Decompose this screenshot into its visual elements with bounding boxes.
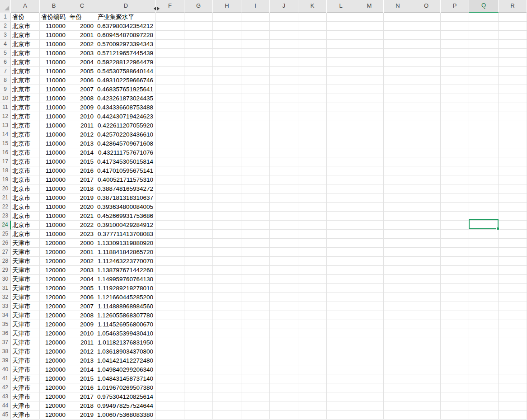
cell-F10[interactable] — [156, 94, 184, 103]
cell-N30[interactable] — [384, 275, 412, 284]
cell-L17[interactable] — [327, 157, 355, 166]
cell-O31[interactable] — [412, 284, 441, 293]
cell-B10[interactable]: 110000 — [40, 94, 68, 103]
cell-K3[interactable] — [298, 31, 327, 40]
cell-B30[interactable]: 120000 — [40, 275, 68, 284]
cell-N23[interactable] — [384, 212, 412, 221]
cell-R24[interactable] — [499, 221, 527, 230]
cell-A24[interactable]: 北京市 — [11, 221, 40, 230]
cell-K8[interactable] — [298, 76, 327, 85]
cell-K12[interactable] — [298, 112, 327, 121]
cell-G10[interactable] — [184, 94, 213, 103]
cell-R36[interactable] — [499, 329, 527, 338]
row-header-6[interactable]: 6 — [0, 58, 11, 67]
cell-L6[interactable] — [327, 58, 355, 67]
cell-O10[interactable] — [412, 94, 441, 103]
cell-K41[interactable] — [298, 374, 327, 383]
cell-D36[interactable]: 1.054635399430410 — [96, 329, 156, 338]
cell-H29[interactable] — [213, 266, 241, 275]
cell-F18[interactable] — [156, 166, 184, 175]
cell-N14[interactable] — [384, 130, 412, 139]
cell-F28[interactable] — [156, 257, 184, 266]
cell-C2[interactable]: 2000 — [68, 22, 96, 31]
cell-K1[interactable] — [298, 13, 327, 22]
cell-C1[interactable]: 年份 — [68, 13, 96, 22]
cell-N2[interactable] — [384, 22, 412, 31]
cell-D11[interactable]: 0.434336608753488 — [96, 103, 156, 112]
cell-R37[interactable] — [499, 338, 527, 347]
cell-B35[interactable]: 120000 — [40, 320, 68, 329]
cell-C5[interactable]: 2003 — [68, 49, 96, 58]
cell-L44[interactable] — [327, 401, 355, 411]
cell-O12[interactable] — [412, 112, 441, 121]
cell-F12[interactable] — [156, 112, 184, 121]
column-header-R[interactable]: R — [499, 0, 527, 13]
row-header-11[interactable]: 11 — [0, 103, 11, 112]
cell-F15[interactable] — [156, 139, 184, 148]
cell-Q27[interactable] — [469, 248, 499, 257]
cell-O27[interactable] — [412, 248, 441, 257]
cell-M19[interactable] — [355, 175, 384, 184]
column-header-A[interactable]: A — [11, 0, 40, 13]
hidden-column-arrows-icon[interactable] — [152, 6, 160, 11]
cell-C20[interactable]: 2018 — [68, 184, 96, 193]
cell-N8[interactable] — [384, 76, 412, 85]
cell-L45[interactable] — [327, 411, 355, 420]
cell-O34[interactable] — [412, 311, 441, 320]
column-header-B[interactable]: B — [40, 0, 68, 13]
cell-O36[interactable] — [412, 329, 441, 338]
cell-B42[interactable]: 120000 — [40, 383, 68, 392]
cell-N19[interactable] — [384, 175, 412, 184]
cell-L8[interactable] — [327, 76, 355, 85]
cell-Q29[interactable] — [469, 266, 499, 275]
column-header-H[interactable]: H — [213, 0, 241, 13]
cell-D19[interactable]: 0.400521711575310 — [96, 175, 156, 184]
cell-C12[interactable]: 2010 — [68, 112, 96, 121]
cell-J4[interactable] — [270, 40, 298, 49]
cell-B34[interactable]: 120000 — [40, 311, 68, 320]
cell-L37[interactable] — [327, 338, 355, 347]
row-header-25[interactable]: 25 — [0, 230, 11, 239]
cell-B36[interactable]: 120000 — [40, 329, 68, 338]
cell-A1[interactable]: 省份 — [11, 13, 40, 22]
cell-L41[interactable] — [327, 374, 355, 383]
cell-D24[interactable]: 0.391000429284912 — [96, 221, 156, 230]
cell-A12[interactable]: 北京市 — [11, 112, 40, 121]
cell-C3[interactable]: 2001 — [68, 31, 96, 40]
cell-H41[interactable] — [213, 374, 241, 383]
cell-G34[interactable] — [184, 311, 213, 320]
cell-C19[interactable]: 2017 — [68, 175, 96, 184]
cell-H8[interactable] — [213, 76, 241, 85]
cell-N28[interactable] — [384, 257, 412, 266]
cell-L19[interactable] — [327, 175, 355, 184]
cell-B24[interactable]: 110000 — [40, 221, 68, 230]
cell-A18[interactable]: 北京市 — [11, 166, 40, 175]
cell-I19[interactable] — [241, 175, 270, 184]
cell-I34[interactable] — [241, 311, 270, 320]
cell-G32[interactable] — [184, 293, 213, 302]
cell-A34[interactable]: 天津市 — [11, 311, 40, 320]
cell-N13[interactable] — [384, 121, 412, 130]
row-header-23[interactable]: 23 — [0, 212, 11, 221]
cell-I28[interactable] — [241, 257, 270, 266]
cell-R5[interactable] — [499, 49, 527, 58]
cell-R10[interactable] — [499, 94, 527, 103]
cell-B39[interactable]: 120000 — [40, 356, 68, 365]
cell-A6[interactable]: 北京市 — [11, 58, 40, 67]
cell-P31[interactable] — [441, 284, 469, 293]
cell-H9[interactable] — [213, 85, 241, 94]
cell-R31[interactable] — [499, 284, 527, 293]
cell-Q24[interactable] — [469, 221, 499, 230]
cell-C7[interactable]: 2005 — [68, 67, 96, 76]
cell-N33[interactable] — [384, 302, 412, 311]
cell-O7[interactable] — [412, 67, 441, 76]
cell-L33[interactable] — [327, 302, 355, 311]
cell-M23[interactable] — [355, 212, 384, 221]
cell-Q11[interactable] — [469, 103, 499, 112]
cell-A17[interactable]: 北京市 — [11, 157, 40, 166]
cell-G8[interactable] — [184, 76, 213, 85]
cell-C45[interactable]: 2019 — [68, 411, 96, 420]
cell-P43[interactable] — [441, 392, 469, 401]
cell-B45[interactable]: 120000 — [40, 411, 68, 420]
cell-R41[interactable] — [499, 374, 527, 383]
